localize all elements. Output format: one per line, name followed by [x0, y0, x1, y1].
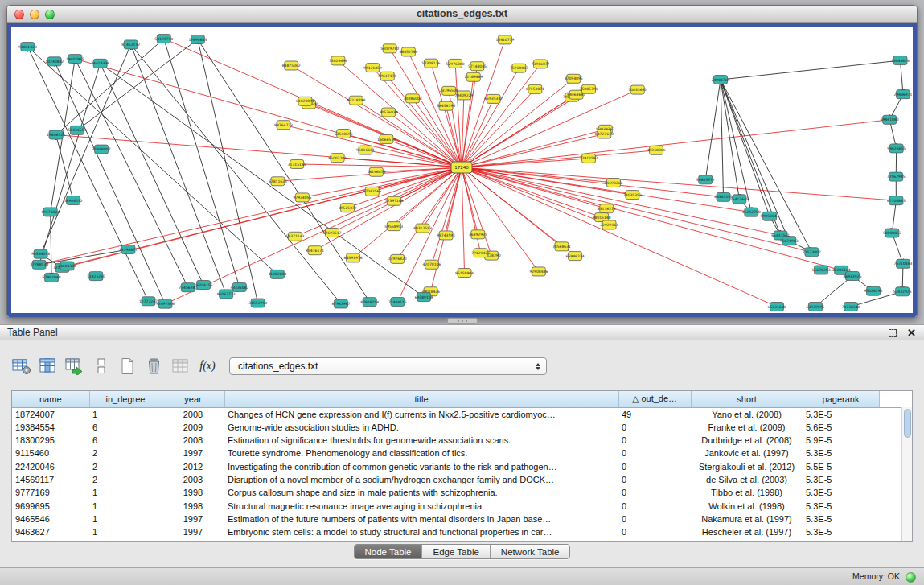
table-cell[interactable]: 2009 — [162, 421, 224, 434]
table-cell[interactable]: 1997 — [162, 525, 224, 538]
graph-edge[interactable] — [462, 167, 465, 273]
graph-node[interactable]: 67992048 — [43, 273, 61, 282]
graph-node[interactable]: 85416171 — [306, 246, 324, 255]
table-cell[interactable]: 2 — [89, 473, 162, 486]
table-cell[interactable]: Structural magnetic resonance image aver… — [224, 500, 618, 513]
graph-node[interactable]: 31593266 — [605, 179, 623, 187]
table-cell[interactable]: Jankovic et al. (1997) — [691, 447, 803, 459]
table-cell[interactable]: Stergiakouli et al. (2012) — [691, 460, 803, 473]
graph-node[interactable]: 81452152 — [121, 40, 140, 49]
table-cell[interactable]: 9465546 — [12, 513, 89, 525]
graph-node[interactable]: 12772247 — [139, 297, 158, 306]
graph-node[interactable]: 92897326 — [156, 299, 175, 308]
table-cell[interactable]: Dudbridge et al. (2008) — [691, 434, 803, 447]
graph-node[interactable]: 24604308 — [58, 262, 76, 270]
table-cell[interactable]: 5.3E-5 — [803, 500, 879, 513]
column-header-in-degree[interactable]: in_degree — [89, 391, 162, 407]
graph-edge[interactable] — [721, 60, 900, 80]
graph-node[interactable]: 13325260 — [87, 272, 105, 281]
graph-node[interactable]: 59558913 — [384, 222, 403, 231]
graph-node[interactable]: 76710483 — [894, 259, 913, 268]
graph-node[interactable]: 41282003 — [268, 270, 286, 278]
panel-divider-handle[interactable] — [447, 318, 478, 324]
table-cell[interactable]: 5.6E-5 — [803, 421, 879, 434]
minimize-window-icon[interactable] — [30, 10, 39, 19]
graph-node[interactable]: 57148045 — [468, 62, 487, 71]
rename-column-icon[interactable] — [170, 356, 191, 377]
graph-edge[interactable] — [455, 64, 462, 167]
table-cell[interactable]: 0 — [618, 421, 691, 434]
table-cell[interactable]: 22420046 — [12, 460, 89, 473]
graph-edge[interactable] — [56, 135, 462, 167]
table-cell[interactable]: 0 — [618, 447, 691, 459]
table-cell[interactable]: Hescheler et al. (1997) — [691, 525, 803, 538]
column-header-year[interactable]: year — [162, 391, 224, 407]
tab-node-table[interactable]: Node Table — [355, 545, 422, 558]
graph-node[interactable]: 92908436 — [529, 267, 548, 276]
graph-edge[interactable] — [164, 39, 240, 287]
table-cell[interactable]: Estimation of significance thresholds fo… — [224, 434, 618, 447]
table-cell[interactable]: Estimation of the future numbers of pati… — [224, 513, 618, 525]
graph-node[interactable]: 63939995 — [807, 303, 825, 311]
graph-edge[interactable] — [462, 167, 602, 217]
graph-node[interactable]: 98764773 — [274, 121, 293, 130]
graph-edge[interactable] — [462, 150, 656, 167]
table-cell[interactable]: Yano et al. (2008) — [691, 407, 803, 421]
graph-node[interactable]: 86852744 — [399, 47, 417, 56]
graph-node[interactable]: 72397168 — [385, 196, 404, 205]
graph-node[interactable]: 52976080 — [446, 59, 465, 68]
table-cell[interactable]: 9463627 — [12, 525, 89, 538]
graph-node[interactable]: 58984052 — [64, 196, 83, 205]
graph-node[interactable]: 69841880 — [881, 115, 899, 124]
function-builder-icon[interactable]: f(x) — [197, 356, 218, 377]
graph-node[interactable]: 16066514 — [377, 134, 396, 143]
float-panel-icon[interactable] — [889, 329, 897, 337]
graph-node[interactable]: 43336082 — [230, 282, 248, 291]
graph-node[interactable]: 45252750 — [742, 208, 761, 216]
graph-node[interactable]: 34552958 — [248, 299, 267, 307]
graph-node[interactable]: 99121859 — [363, 64, 382, 72]
table-cell[interactable]: 0 — [618, 500, 691, 513]
graph-node[interactable]: 56436553 — [68, 126, 86, 134]
graph-edge[interactable] — [892, 200, 896, 233]
table-cell[interactable]: 5.3E-5 — [803, 525, 879, 538]
graph-node[interactable]: 84875062 — [282, 61, 301, 70]
graph-edge[interactable] — [347, 167, 462, 208]
graph-node[interactable]: 57432925 — [893, 287, 912, 296]
graph-node[interactable]: 22929164 — [600, 220, 618, 229]
graph-edge[interactable] — [388, 112, 462, 167]
graph-node[interactable]: 72912582 — [580, 154, 598, 163]
graph-node[interactable]: 10240842 — [45, 57, 64, 66]
table-row[interactable]: 1456911722003Disruption of a novel membe… — [12, 473, 903, 486]
table-cell[interactable]: 9777169 — [12, 486, 89, 499]
table-cell[interactable]: 0 — [618, 513, 691, 525]
memory-status-icon[interactable] — [906, 572, 916, 583]
table-scrollbar[interactable] — [901, 407, 912, 541]
graph-node[interactable]: 13848624 — [891, 56, 910, 65]
graph-node[interactable]: 65231630 — [768, 303, 786, 311]
table-cell[interactable]: 2012 — [162, 460, 224, 473]
table-cell[interactable]: 19384554 — [12, 421, 89, 434]
graph-edge[interactable] — [372, 68, 462, 167]
table-cell[interactable]: 14569117 — [12, 473, 89, 486]
table-cell[interactable]: 1997 — [162, 513, 224, 525]
graph-edge[interactable] — [75, 59, 462, 167]
table-cell[interactable]: 1998 — [162, 500, 224, 513]
table-cell[interactable]: 5.3E-5 — [803, 447, 879, 459]
graph-edge[interactable] — [462, 167, 478, 234]
graph-node[interactable]: 67811625 — [269, 177, 287, 186]
graph-node[interactable]: 90364078 — [31, 249, 50, 258]
table-cell[interactable]: Embryonic stem cells: a model to study s… — [224, 525, 618, 538]
table-cell[interactable]: 1 — [89, 500, 162, 513]
table-cell[interactable]: 1 — [89, 486, 162, 499]
graph-node[interactable]: 87828758 — [360, 298, 379, 307]
table-cell[interactable]: 5.5E-5 — [803, 460, 879, 473]
graph-node[interactable]: 35085791 — [580, 84, 598, 93]
graph-hub-node[interactable]: 17240 — [451, 162, 472, 173]
graph-edge[interactable] — [705, 80, 721, 179]
graph-node[interactable]: 29436971 — [894, 90, 913, 99]
table-cell[interactable]: Franke et al. (2009) — [691, 421, 803, 434]
graph-edge[interactable] — [462, 167, 896, 200]
graph-node[interactable]: 65946234 — [566, 252, 585, 261]
table-cell[interactable]: 5.3E-5 — [803, 486, 879, 499]
